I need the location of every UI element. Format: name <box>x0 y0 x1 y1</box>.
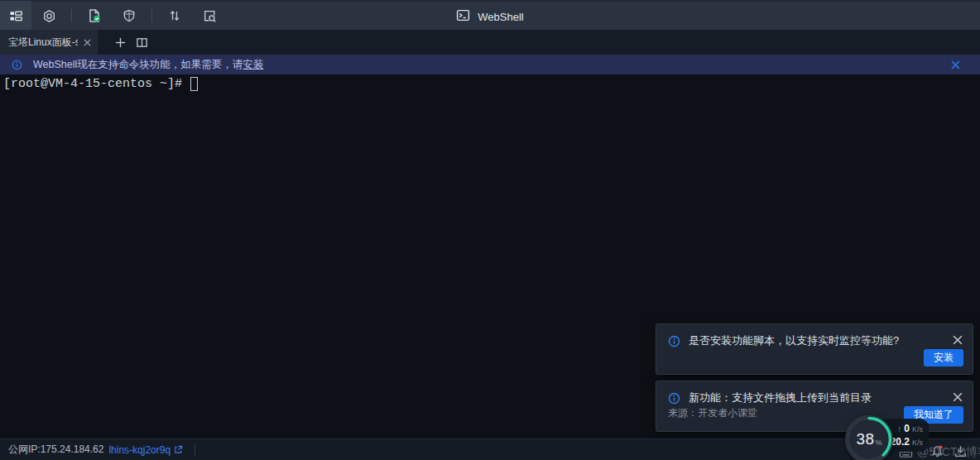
public-ip-label: 公网IP:175.24.184.62 <box>8 443 103 457</box>
banner-message: WebShell现在支持命令块功能，如果需要，请安装 <box>33 58 263 72</box>
tab-bar: 宝塔Linux面板-sSj2 <box>0 30 980 55</box>
settings-gear-icon[interactable] <box>36 3 61 28</box>
banner-close-icon[interactable] <box>951 58 960 73</box>
status-bar: 公网IP:175.24.184.62 lhins-kqj2or9q <box>0 438 980 460</box>
toolbar-divider <box>151 9 152 22</box>
arrow-up-icon: ↑ <box>897 424 901 434</box>
terminal-icon <box>456 8 470 25</box>
statusbar-divider <box>195 444 195 456</box>
info-icon <box>668 392 680 405</box>
toast-install-monitor: 是否安装功能脚本，以支持实时监控等功能? 安装 <box>656 323 973 375</box>
terminal-cursor <box>190 77 198 91</box>
command-block-banner: WebShell现在支持命令块功能，如果需要，请安装 <box>0 55 980 74</box>
top-toolbar: WebShell <box>0 0 980 30</box>
info-icon <box>668 335 680 347</box>
load-gauge: 38 % <box>845 415 893 460</box>
tab-label: 宝塔Linux面板-sSj2 <box>8 36 78 50</box>
instance-link[interactable]: lhins-kqj2or9q <box>108 444 183 456</box>
panel-grid-icon[interactable] <box>0 1 31 31</box>
toast-source: 来源：开发者小课堂 <box>668 406 757 420</box>
window-title: WebShell <box>478 11 523 23</box>
split-pane-icon[interactable] <box>131 30 152 55</box>
window-title-bar: WebShell <box>0 2 980 31</box>
gauge-value: 38 % <box>845 415 893 460</box>
box-search-icon[interactable] <box>197 3 222 28</box>
upload-speed: ↑ 0 K/s <box>897 423 923 434</box>
new-tab-button[interactable] <box>109 30 131 55</box>
shield-icon[interactable] <box>117 3 142 28</box>
toast-close-icon[interactable] <box>953 335 963 345</box>
bell-icon[interactable] <box>930 444 944 460</box>
info-icon <box>12 60 22 70</box>
install-link[interactable]: 安装 <box>243 59 263 70</box>
download-icon[interactable] <box>954 444 968 460</box>
webshell-window: WebShell 宝塔Linux面板-sSj2 <box>0 0 980 460</box>
sort-arrows-icon[interactable] <box>162 3 187 28</box>
toolbar-divider <box>71 9 72 22</box>
tab-close-icon[interactable] <box>84 39 91 46</box>
file-check-icon[interactable] <box>82 3 107 28</box>
tab-baota-panel[interactable]: 宝塔Linux面板-sSj2 <box>0 30 98 55</box>
external-link-icon[interactable] <box>174 445 183 454</box>
install-button[interactable]: 安装 <box>924 349 963 367</box>
toast-close-icon[interactable] <box>953 392 963 402</box>
toast-message: 新功能：支持文件拖拽上传到当前目录 <box>689 391 944 405</box>
toast-message: 是否安装功能脚本，以支持实时监控等功能? <box>689 333 944 348</box>
shell-prompt: [root@VM-4-15-centos ~]# <box>3 77 190 91</box>
